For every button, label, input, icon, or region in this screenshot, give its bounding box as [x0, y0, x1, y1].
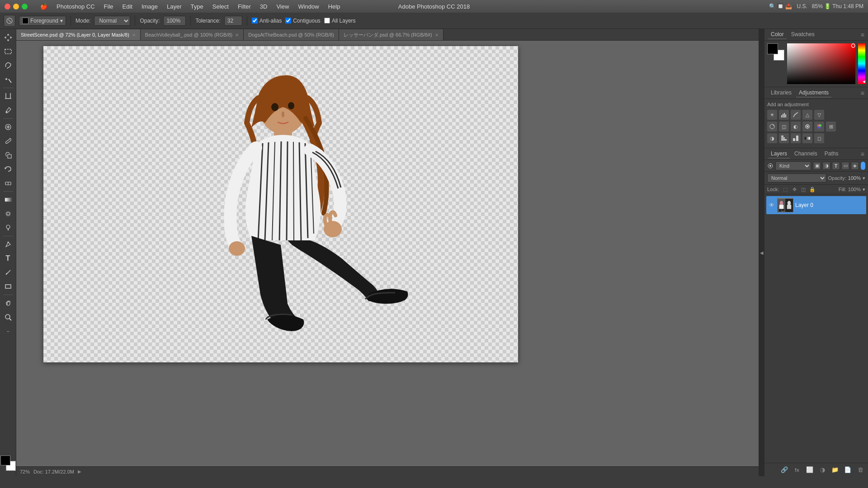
- tab-beachvolleyball[interactable]: BeachVolleyball_.psd @ 100% (RGB/8) ✕: [141, 29, 244, 40]
- hue-bar[interactable]: [858, 43, 865, 84]
- panel-collapse-button[interactable]: ◀: [759, 29, 764, 476]
- adj-color-lookup[interactable]: ⊞: [826, 122, 836, 131]
- adj-hue-saturation[interactable]: [767, 122, 777, 131]
- adj-photo-filter[interactable]: [802, 122, 812, 131]
- gradient-tool[interactable]: [1, 193, 15, 206]
- adj-levels[interactable]: [779, 110, 789, 120]
- layer-filter-toggle[interactable]: [861, 162, 865, 170]
- lock-pixels-icon[interactable]: ⬚: [782, 186, 789, 193]
- adj-brightness-contrast[interactable]: ☀: [767, 110, 777, 120]
- add-mask-button[interactable]: ⬜: [805, 465, 815, 475]
- dodge-tool[interactable]: [1, 221, 15, 235]
- brush-tool[interactable]: [1, 134, 15, 148]
- menu-filter[interactable]: Filter: [234, 2, 255, 11]
- opacity-input[interactable]: [163, 16, 186, 26]
- rectangle-tool[interactable]: [1, 280, 15, 293]
- extra-tools[interactable]: ···: [1, 324, 15, 338]
- marquee-tool[interactable]: [1, 45, 15, 58]
- new-layer-button[interactable]: 📄: [843, 465, 853, 475]
- hand-tool[interactable]: [1, 296, 15, 310]
- adj-curves[interactable]: [791, 110, 801, 120]
- menu-apple[interactable]: 🍎: [37, 2, 51, 11]
- tab-close-beach[interactable]: ✕: [235, 33, 239, 38]
- menu-file[interactable]: File: [100, 2, 117, 11]
- menu-3d[interactable]: 3D: [256, 2, 271, 11]
- lasso-tool[interactable]: [1, 59, 15, 72]
- layer-visibility-toggle[interactable]: 👁: [768, 202, 775, 209]
- anti-alias-label[interactable]: Anti-alias: [252, 18, 282, 24]
- adj-invert[interactable]: ◑: [767, 133, 777, 143]
- mode-select[interactable]: Normal Dissolve Multiply: [94, 16, 130, 26]
- canvas-scroll[interactable]: [16, 41, 759, 466]
- adj-panel-menu[interactable]: ≡: [861, 89, 864, 97]
- menu-edit[interactable]: Edit: [119, 2, 136, 11]
- link-layers-button[interactable]: 🔗: [779, 465, 789, 475]
- adj-vibrance[interactable]: ▽: [814, 110, 824, 120]
- filter-adjustment-icon[interactable]: ◑: [822, 162, 830, 170]
- foreground-selector[interactable]: Foreground ▾: [19, 16, 66, 26]
- menu-image[interactable]: Image: [138, 2, 161, 11]
- pen-tool[interactable]: [1, 238, 15, 251]
- adj-gradient-map[interactable]: [802, 133, 812, 143]
- menu-help[interactable]: Help: [325, 2, 344, 11]
- all-layers-checkbox[interactable]: [324, 18, 330, 23]
- foreground-color-swatch[interactable]: [0, 455, 10, 465]
- menu-type[interactable]: Type: [187, 2, 207, 11]
- info-arrow[interactable]: ▶: [78, 469, 81, 474]
- adj-exposure[interactable]: △: [802, 110, 812, 120]
- lock-all-icon[interactable]: 🔒: [809, 186, 816, 193]
- type-tool[interactable]: T: [1, 252, 15, 265]
- tab-adjustments[interactable]: Adjustments: [796, 89, 831, 98]
- tab-libraries[interactable]: Libraries: [768, 89, 794, 98]
- anti-alias-checkbox[interactable]: [252, 18, 258, 23]
- tab-channels[interactable]: Channels: [792, 150, 820, 159]
- layer-row-0[interactable]: 👁: [766, 196, 866, 214]
- adj-black-white[interactable]: ◐: [791, 122, 801, 131]
- menu-view[interactable]: View: [273, 2, 292, 11]
- tab-close-panda[interactable]: ✕: [435, 33, 439, 38]
- foreground-color-box[interactable]: [767, 43, 778, 54]
- minimize-button[interactable]: [13, 4, 19, 9]
- menu-window[interactable]: Window: [294, 2, 322, 11]
- crop-tool[interactable]: [1, 89, 15, 103]
- blur-tool[interactable]: [1, 207, 15, 221]
- color-panel-menu[interactable]: ≡: [861, 31, 864, 38]
- filter-shape-icon[interactable]: ▭: [841, 162, 849, 170]
- filter-pixel-icon[interactable]: ▣: [813, 162, 821, 170]
- maximize-button[interactable]: [22, 4, 28, 9]
- adj-selective-color[interactable]: ◻: [814, 133, 824, 143]
- tab-swatches[interactable]: Swatches: [788, 30, 817, 39]
- tab-streetscene[interactable]: StreetScene.psd @ 72% (Layer 0, Layer Ma…: [16, 29, 141, 40]
- lock-artboard-icon[interactable]: ◫: [800, 186, 807, 193]
- tab-layers[interactable]: Layers: [768, 150, 790, 159]
- all-layers-label[interactable]: All Layers: [324, 18, 356, 24]
- zoom-tool[interactable]: [1, 310, 15, 324]
- menu-photoshop[interactable]: Photoshop CC: [53, 2, 99, 11]
- tolerance-input[interactable]: [224, 16, 242, 26]
- eraser-tool[interactable]: [1, 176, 15, 190]
- move-tool[interactable]: [1, 31, 15, 44]
- menu-select[interactable]: Select: [209, 2, 232, 11]
- delete-layer-button[interactable]: 🗑: [855, 465, 865, 475]
- tab-dogsatbeach[interactable]: DogsAtTheBeach.psd @ 50% (RGB/8): [244, 29, 339, 40]
- close-button[interactable]: [5, 4, 10, 9]
- new-adjustment-button[interactable]: ◑: [817, 465, 827, 475]
- menu-layer[interactable]: Layer: [163, 2, 185, 11]
- adj-threshold[interactable]: [791, 133, 801, 143]
- tab-paths[interactable]: Paths: [822, 150, 841, 159]
- magic-wand-tool[interactable]: [1, 73, 15, 86]
- fill-value[interactable]: 100%: [848, 187, 861, 192]
- layers-panel-menu[interactable]: ≡: [861, 150, 864, 158]
- blend-mode-select[interactable]: Normal: [767, 174, 826, 183]
- tab-color[interactable]: Color: [768, 30, 787, 39]
- filter-smart-object-icon[interactable]: ◈: [851, 162, 859, 170]
- tab-close-streetscene[interactable]: ✕: [132, 33, 136, 38]
- adj-channel-mixer[interactable]: [814, 122, 824, 131]
- tab-lesserpanda[interactable]: レッサーパンダ.psd @ 66.7% (RGB/8#) ✕: [339, 29, 443, 40]
- add-style-button[interactable]: fx: [792, 465, 802, 475]
- new-group-button[interactable]: 📁: [830, 465, 840, 475]
- kind-filter-select[interactable]: Kind: [775, 161, 811, 170]
- clone-stamp-tool[interactable]: [1, 148, 15, 162]
- adj-color-balance[interactable]: ◫: [779, 122, 789, 131]
- eyedropper-tool[interactable]: [1, 103, 15, 117]
